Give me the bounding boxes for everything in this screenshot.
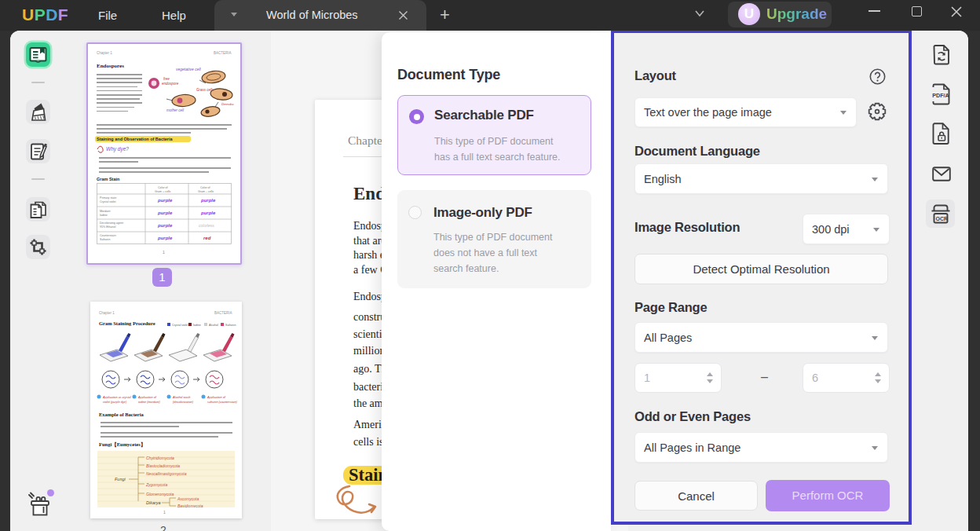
svg-text:Crystal violet: Crystal violet — [172, 324, 188, 327]
svg-text:free: free — [163, 77, 170, 81]
svg-text:Alcohol: Alcohol — [209, 324, 218, 327]
svg-text:Ascomycota: Ascomycota — [177, 496, 199, 501]
svg-text:Deinoba: Deinoba — [221, 102, 234, 106]
svg-text:PDF/A: PDF/A — [932, 92, 949, 99]
svg-text:Chytridiomycota: Chytridiomycota — [146, 456, 174, 460]
svg-text:Iodine: Iodine — [100, 214, 108, 217]
svg-text:Grass cells: Grass cells — [196, 88, 214, 92]
svg-text:95% Ethanol: 95% Ethanol — [100, 225, 116, 229]
svg-text:Blastocladiomycota: Blastocladiomycota — [146, 463, 180, 468]
svg-text:Neocallimastigomycota: Neocallimastigomycota — [146, 471, 187, 476]
svg-text:OCR: OCR — [936, 216, 949, 222]
svg-text:Color of: Color of — [158, 186, 168, 189]
svg-text:mother cell: mother cell — [166, 108, 185, 112]
svg-text:Gram + cells: Gram + cells — [155, 190, 170, 193]
svg-text:purple: purple — [157, 211, 173, 215]
svg-text:endospore: endospore — [162, 82, 179, 86]
svg-text:Alcohol wash: Alcohol wash — [172, 396, 190, 399]
svg-text:Basidiomycota: Basidiomycota — [177, 504, 203, 507]
svg-text:Dikarya: Dikarya — [146, 500, 161, 505]
svg-text:Glomeromycota: Glomeromycota — [146, 492, 174, 496]
svg-text:Safranin: Safranin — [100, 238, 110, 241]
svg-text:Application of: Application of — [207, 396, 226, 399]
svg-text:purple: purple — [157, 236, 173, 240]
svg-text:iodine (mordant): iodine (mordant) — [138, 401, 160, 404]
svg-text:Color of: Color of — [200, 186, 210, 189]
svg-text:Gram – cells: Gram – cells — [198, 190, 214, 193]
svg-text:violet (purple dye): violet (purple dye) — [103, 401, 127, 404]
svg-text:Mordant:: Mordant: — [100, 210, 111, 213]
svg-text:Counterstain:: Counterstain: — [100, 234, 116, 237]
svg-text:purple: purple — [200, 211, 216, 215]
svg-text:Application of: Application of — [137, 396, 157, 399]
svg-text:red: red — [203, 236, 211, 240]
svg-text:purple: purple — [200, 198, 216, 203]
svg-text:Safranin: Safranin — [225, 324, 236, 327]
svg-text:safranin (counterstain): safranin (counterstain) — [207, 401, 238, 404]
svg-text:Fungi: Fungi — [115, 477, 126, 482]
svg-text:Primary stain:: Primary stain: — [100, 196, 117, 200]
svg-text:Crystal violet: Crystal violet — [100, 200, 116, 203]
svg-text:(decolorization): (decolorization) — [173, 401, 194, 404]
svg-text:vegetative cell: vegetative cell — [176, 67, 202, 71]
svg-text:Iodine: Iodine — [193, 324, 201, 327]
svg-text:purple: purple — [157, 198, 173, 203]
svg-text:Zygomycota: Zygomycota — [145, 482, 167, 487]
svg-text:Why dye?: Why dye? — [106, 146, 129, 152]
svg-text:purple: purple — [157, 223, 173, 228]
svg-text:colorless: colorless — [199, 223, 214, 228]
svg-text:Decolorizing agent:: Decolorizing agent: — [100, 222, 124, 225]
svg-text:Application as crystal: Application as crystal — [102, 396, 131, 399]
